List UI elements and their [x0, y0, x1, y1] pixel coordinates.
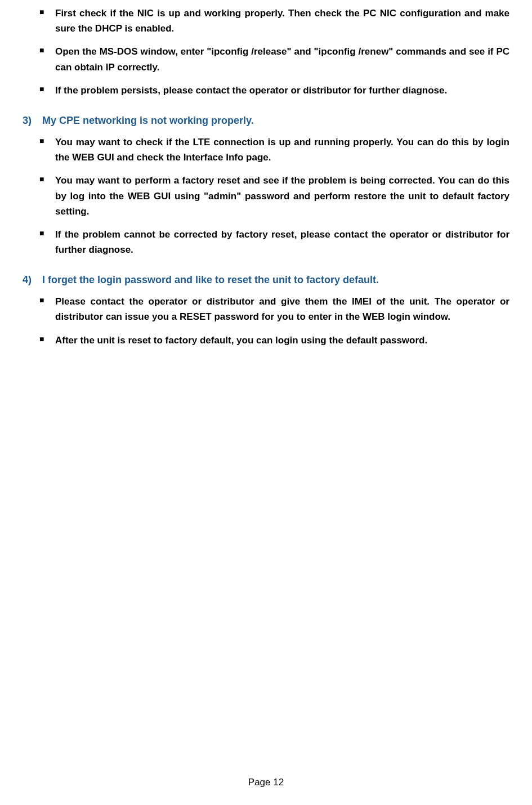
section4-title: I forget the login password and like to …: [42, 274, 379, 285]
section4-heading: 4) I forget the login password and like …: [23, 274, 509, 286]
bullet-item: After the unit is reset to factory defau…: [39, 333, 509, 348]
section2-bullets: First check if the NIC is up and working…: [23, 6, 509, 98]
section4-number: 4): [23, 274, 39, 286]
page-footer: Page 12: [0, 777, 532, 788]
bullet-item: First check if the NIC is up and working…: [39, 6, 509, 36]
document-content: First check if the NIC is up and working…: [0, 0, 532, 348]
section3-bullets: You may want to check if the LTE connect…: [23, 135, 509, 257]
section3-heading: 3) My CPE networking is not working prop…: [23, 115, 509, 127]
bullet-item: You may want to perform a factory reset …: [39, 173, 509, 219]
section3-title: My CPE networking is not working properl…: [42, 115, 254, 126]
bullet-item: If the problem cannot be corrected by fa…: [39, 227, 509, 257]
bullet-item: Open the MS-DOS window, enter "ipconfig …: [39, 44, 509, 74]
section4-bullets: Please contact the operator or distribut…: [23, 294, 509, 348]
section3-number: 3): [23, 115, 39, 127]
bullet-item: Please contact the operator or distribut…: [39, 294, 509, 324]
bullet-item: If the problem persists, please contact …: [39, 83, 509, 98]
bullet-item: You may want to check if the LTE connect…: [39, 135, 509, 165]
